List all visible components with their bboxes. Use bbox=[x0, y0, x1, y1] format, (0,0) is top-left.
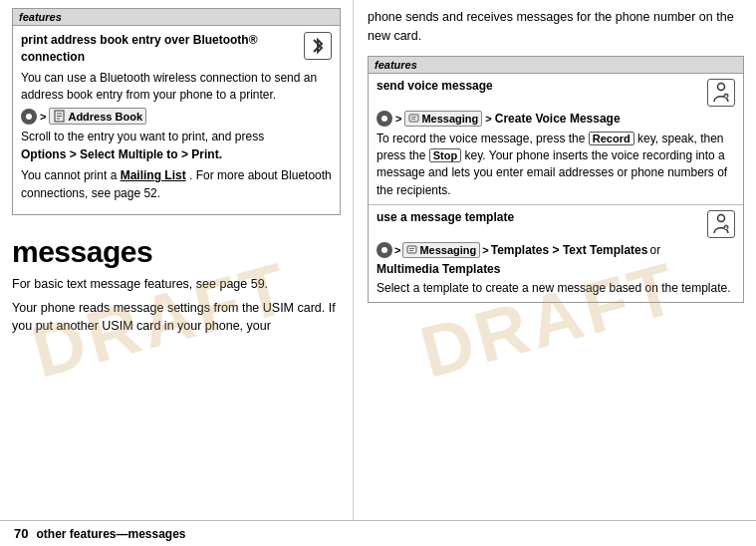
create-voice-label: Create Voice Message bbox=[495, 112, 621, 126]
page-number: 70 bbox=[14, 526, 28, 541]
bluetooth-feature-title-row: print address book entry over Bluetooth®… bbox=[21, 32, 332, 66]
svg-point-5 bbox=[718, 83, 725, 90]
send-voice-body: To record the voice message, press the R… bbox=[377, 131, 735, 200]
svg-point-11 bbox=[718, 215, 725, 222]
address-book-icon: Address Book bbox=[49, 108, 146, 125]
voice-nav-line: > Messaging > Create Voice Message bbox=[377, 111, 735, 127]
messages-heading: messages bbox=[12, 235, 341, 269]
voice-message-icon: A bbox=[707, 79, 735, 107]
right-feature-box: features send voice message A bbox=[368, 56, 744, 304]
text-templates-label: Templates > Text Templates bbox=[491, 243, 648, 257]
scroll-text: Scroll to the entry you want to print, a… bbox=[21, 129, 332, 163]
nav-arrow-1: > bbox=[40, 111, 46, 123]
mailing-list-text: Mailing List bbox=[121, 168, 186, 182]
feature-box-bluetooth: features print address book entry over B… bbox=[12, 8, 341, 215]
messages-body2: Your phone reads message settings from t… bbox=[12, 299, 341, 337]
svg-text:A: A bbox=[725, 93, 728, 98]
or-text: or bbox=[649, 243, 660, 257]
feature-box-bluetooth-content: print address book entry over Bluetooth®… bbox=[13, 26, 340, 214]
bottom-bar: 70 other features—messages bbox=[0, 520, 756, 546]
svg-rect-8 bbox=[409, 115, 418, 122]
use-template-title-row: use a message template A bbox=[377, 210, 735, 238]
address-book-label: Address Book bbox=[68, 111, 142, 123]
messaging-label-1: Messaging bbox=[421, 113, 478, 125]
use-template-body: Select a template to create a new messag… bbox=[377, 280, 735, 297]
voice-nav-bullet bbox=[377, 111, 392, 127]
bottom-text: other features—messages bbox=[36, 527, 185, 541]
right-column: phone sends and receives messages for th… bbox=[354, 0, 756, 520]
send-voice-title-row: send voice message A bbox=[377, 79, 735, 107]
template-nav-arrow: > bbox=[394, 244, 400, 256]
svg-rect-14 bbox=[407, 246, 416, 253]
send-voice-title: send voice message bbox=[377, 79, 493, 93]
messages-body1: For basic text message features, see pag… bbox=[12, 275, 341, 294]
record-key: Record bbox=[589, 132, 634, 145]
multimedia-templates-label: Multimedia Templates bbox=[377, 262, 735, 276]
scroll-text-span: Scroll to the entry you want to print, a… bbox=[21, 130, 264, 143]
cannot-print-span: You cannot print a bbox=[21, 168, 117, 182]
messaging-label-2: Messaging bbox=[419, 244, 476, 256]
bluetooth-nav-line: > Address Book bbox=[21, 108, 332, 125]
feature-box-bluetooth-header: features bbox=[13, 9, 340, 26]
bluetooth-feature-item: print address book entry over Bluetooth®… bbox=[21, 32, 332, 202]
template-nav-arrow2: > bbox=[482, 244, 488, 256]
bluetooth-feature-title: print address book entry over Bluetooth®… bbox=[21, 32, 300, 66]
voice-nav-arrow: > bbox=[395, 113, 401, 125]
cannot-print-text: You cannot print a Mailing List . For mo… bbox=[21, 167, 332, 202]
svg-text:A: A bbox=[725, 225, 728, 230]
nav-bullet-icon bbox=[21, 109, 37, 125]
voice-nav-arrow2: > bbox=[485, 113, 491, 125]
stop-key: Stop bbox=[429, 148, 461, 162]
right-intro-text: phone sends and receives messages for th… bbox=[368, 8, 744, 46]
use-template-title: use a message template bbox=[377, 210, 514, 224]
use-template-section: use a message template A > bbox=[369, 205, 743, 302]
template-nav-line: > Messaging > Templates > Text Templates… bbox=[377, 242, 735, 258]
right-feature-header: features bbox=[369, 57, 743, 74]
messaging-icon-1: Messaging bbox=[404, 111, 482, 127]
left-column: features print address book entry over B… bbox=[0, 0, 354, 520]
send-voice-section: send voice message A > bbox=[369, 74, 743, 206]
bluetooth-body: You can use a Bluetooth wireless connect… bbox=[21, 70, 332, 105]
template-icon: A bbox=[707, 210, 735, 238]
bluetooth-icon bbox=[304, 32, 332, 60]
messaging-icon-2: Messaging bbox=[402, 242, 480, 258]
options-text: Options > Select Multiple to > Print. bbox=[21, 147, 222, 161]
main-content: features print address book entry over B… bbox=[0, 0, 756, 520]
template-nav-bullet bbox=[377, 242, 392, 258]
